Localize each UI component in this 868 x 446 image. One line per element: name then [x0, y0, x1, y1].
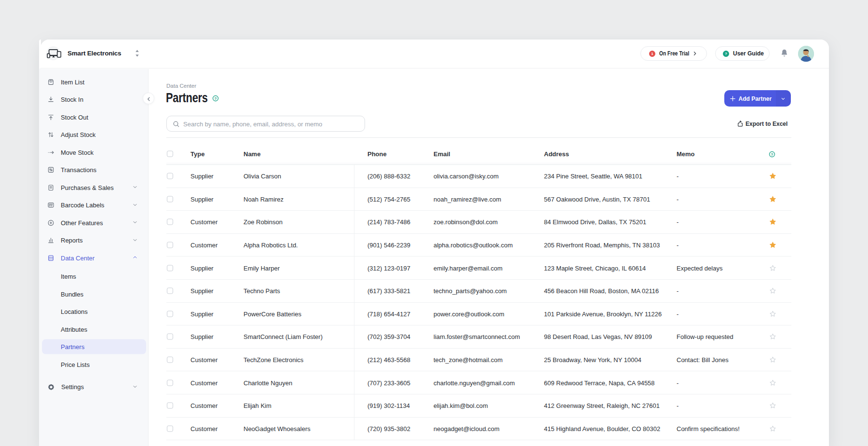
svg-text:?: ? [214, 96, 217, 100]
svg-text:?: ? [771, 152, 773, 157]
